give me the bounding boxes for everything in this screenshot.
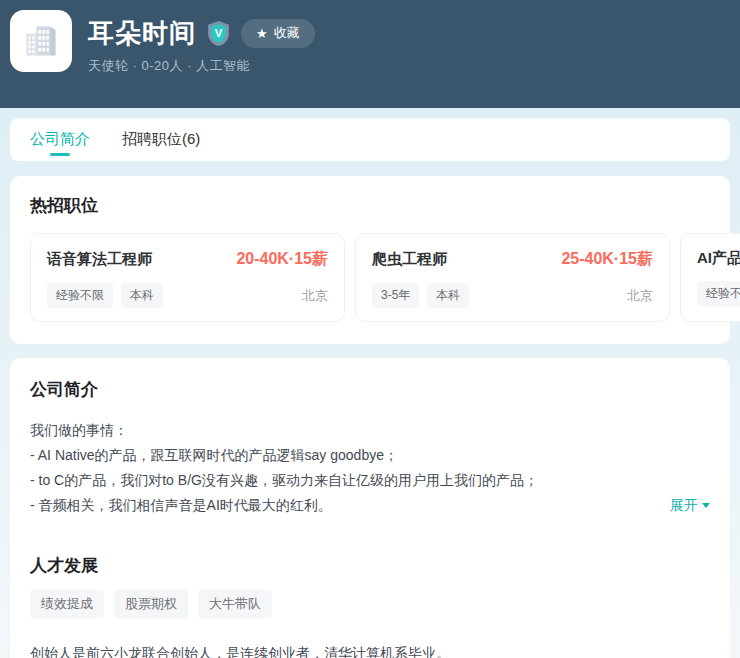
chevron-down-icon (702, 503, 710, 508)
job-tag: 经验不限 (47, 283, 113, 308)
company-name: 耳朵时间 (88, 18, 196, 48)
intro-line: - AI Native的产品，跟互联网时代的产品逻辑say goodbye； (30, 443, 710, 468)
building-icon (21, 21, 61, 61)
job-card[interactable]: 爬虫工程师 25-40K·15薪 3-5年 本科 北京 (355, 233, 670, 322)
talent-tags: 绩效提成 股票期权 大牛带队 (30, 590, 710, 618)
job-top: 爬虫工程师 25-40K·15薪 (372, 249, 653, 270)
job-tag: 本科 (427, 283, 469, 308)
company-intro-text: 我们做的事情： - AI Native的产品，跟互联网时代的产品逻辑say go… (30, 418, 710, 518)
favorite-label: 收藏 (274, 24, 300, 42)
company-header: 耳朵时间 V ★ 收藏 天使轮 · 0-20人 · 人工智能 (0, 0, 740, 108)
favorite-button[interactable]: ★ 收藏 (241, 19, 315, 48)
company-intro-title: 公司简介 (30, 378, 710, 401)
job-bottom: 经验不限 本科 北京 (47, 283, 328, 308)
star-icon: ★ (256, 27, 268, 40)
job-card[interactable]: AI产品经理 经验不限 (680, 233, 740, 322)
expand-label: 展开 (670, 493, 698, 518)
company-intro-section: 公司简介 我们做的事情： - AI Native的产品，跟互联网时代的产品逻辑s… (10, 358, 730, 658)
talent-section-title: 人才发展 (30, 554, 710, 577)
job-city: 北京 (302, 287, 328, 305)
job-tags: 经验不限 本科 (47, 283, 163, 308)
tab-company-intro[interactable]: 公司简介 (30, 118, 90, 161)
svg-text:V: V (215, 27, 223, 39)
job-tags: 经验不限 (697, 281, 740, 306)
intro-line: - to C的产品，我们对to B/G没有兴趣，驱动力来自让亿级的用户用上我们的… (30, 468, 710, 493)
job-city: 北京 (627, 287, 653, 305)
talent-tag: 股票期权 (114, 590, 188, 618)
talent-line: 创始人是前六小龙联合创始人，是连续创业者，清华计算机系毕业。 (30, 640, 710, 658)
job-tag: 本科 (121, 283, 163, 308)
company-logo (10, 10, 72, 72)
job-title: 爬虫工程师 (372, 250, 447, 269)
talent-tag: 绩效提成 (30, 590, 104, 618)
intro-line: - 音频相关，我们相信声音是AI时代最大的红利。 (30, 493, 332, 518)
job-salary: 20-40K·15薪 (236, 249, 328, 270)
job-tag: 经验不限 (697, 281, 740, 306)
job-title: AI产品经理 (697, 249, 740, 268)
verified-shield-icon: V (206, 20, 231, 47)
hot-jobs-section: 热招职位 语音算法工程师 20-40K·15薪 经验不限 本科 北京 爬虫工程师… (10, 176, 730, 344)
job-top: 语音算法工程师 20-40K·15薪 (47, 249, 328, 270)
job-tags: 3-5年 本科 (372, 283, 469, 308)
tab-job-positions[interactable]: 招聘职位(6) (122, 118, 200, 161)
intro-line: 我们做的事情： (30, 418, 710, 443)
job-title: 语音算法工程师 (47, 250, 152, 269)
name-row: 耳朵时间 V ★ 收藏 (88, 18, 315, 48)
intro-last-line: - 音频相关，我们相信声音是AI时代最大的红利。 展开 (30, 493, 710, 518)
job-card[interactable]: 语音算法工程师 20-40K·15薪 经验不限 本科 北京 (30, 233, 345, 322)
job-bottom: 经验不限 (697, 281, 740, 306)
hot-jobs-title: 热招职位 (30, 194, 710, 217)
expand-link[interactable]: 展开 (670, 493, 710, 518)
jobs-row: 语音算法工程师 20-40K·15薪 经验不限 本科 北京 爬虫工程师 25-4… (30, 233, 740, 322)
job-tag: 3-5年 (372, 283, 419, 308)
talent-tag: 大牛带队 (198, 590, 272, 618)
talent-text: 创始人是前六小龙联合创始人，是连续创业者，清华计算机系毕业。 团队其他成员也来自… (30, 640, 710, 658)
tabbar: 公司简介 招聘职位(6) (10, 118, 730, 161)
job-bottom: 3-5年 本科 北京 (372, 283, 653, 308)
header-main: 耳朵时间 V ★ 收藏 天使轮 · 0-20人 · 人工智能 (88, 10, 315, 75)
job-salary: 25-40K·15薪 (561, 249, 653, 270)
job-top: AI产品经理 (697, 249, 740, 268)
company-meta: 天使轮 · 0-20人 · 人工智能 (88, 57, 315, 75)
